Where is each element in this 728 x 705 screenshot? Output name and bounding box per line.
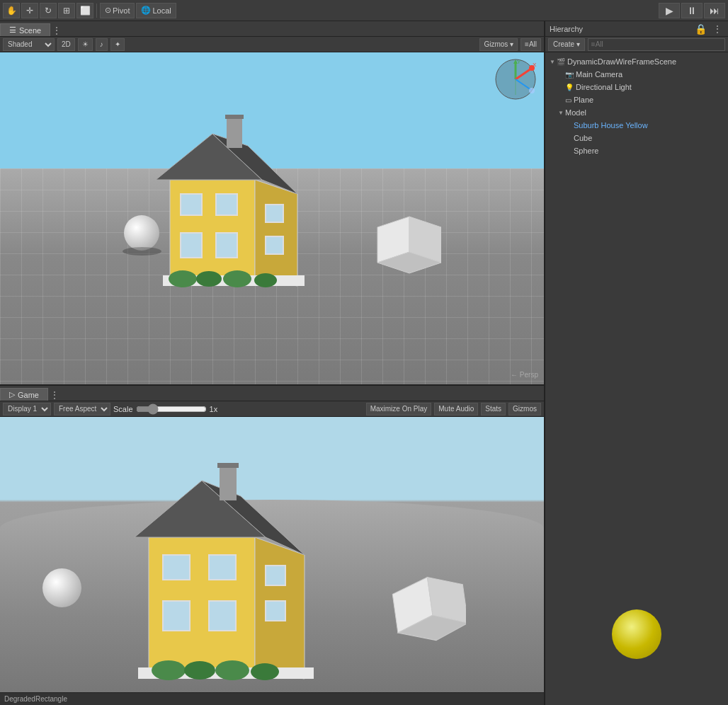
tree-sphere[interactable]: Sphere <box>545 144 728 157</box>
rotate-tool-btn[interactable]: ↻ <box>40 3 57 18</box>
hand-tool-btn[interactable]: ✋ <box>3 3 20 18</box>
svg-point-44 <box>184 661 215 680</box>
right-panel: Hierarchy 🔒 ⋮ Create ▾ ▼ 🎬 DynamicDrawWi… <box>545 21 728 705</box>
local-btn[interactable]: 🌐 Local <box>136 3 176 18</box>
camera-icon: 📷 <box>565 71 574 79</box>
maximize-on-play-btn[interactable]: Maximize On Play <box>366 403 432 415</box>
svg-rect-37 <box>209 555 236 580</box>
scene-overflow-btn[interactable]: ⋮ <box>50 25 63 36</box>
house-svg <box>127 95 340 307</box>
fx-btn[interactable]: ✦ <box>110 38 125 51</box>
persp-label: ← Persp <box>511 371 538 379</box>
2d-btn[interactable]: 2D <box>57 38 75 51</box>
gizmo-svg: Y X <box>494 58 537 101</box>
scene-canvas[interactable]: Y X ← Persp <box>0 52 544 384</box>
plane-icon: ▭ <box>565 96 571 104</box>
game-tab-label: Game <box>18 391 39 399</box>
game-sphere <box>42 568 81 607</box>
scene-sphere-shadow <box>123 247 161 256</box>
stats-btn[interactable]: Stats <box>481 403 506 415</box>
tree-plane[interactable]: ▭ Plane <box>545 93 728 106</box>
gizmos-game-btn[interactable]: Gizmos <box>508 403 541 415</box>
directional-light-label: Directional Light <box>576 83 632 91</box>
audio-btn[interactable]: ♪ <box>96 38 108 51</box>
model-label: Model <box>565 108 586 117</box>
game-overflow-btn[interactable]: ⋮ <box>48 389 61 401</box>
play-controls: ▶ ⏸ ⏭ <box>659 3 725 18</box>
svg-rect-11 <box>266 236 283 254</box>
play-btn[interactable]: ▶ <box>659 3 680 18</box>
status-text: DegradedRectangle <box>4 695 67 703</box>
svg-rect-6 <box>181 194 202 215</box>
svg-point-15 <box>223 270 251 287</box>
svg-rect-10 <box>266 205 283 222</box>
all-btn[interactable]: ≡All <box>521 38 541 51</box>
create-btn[interactable]: Create ▾ <box>548 38 585 51</box>
shading-dropdown[interactable]: Shaded Wireframe <box>3 38 55 51</box>
move-tool-btn[interactable]: ✛ <box>21 3 38 18</box>
pivot-btn[interactable]: ⊙ Pivot <box>100 3 135 18</box>
svg-rect-41 <box>266 601 285 621</box>
svg-rect-39 <box>209 601 236 631</box>
hierarchy-toolbar: Create ▾ <box>545 37 728 52</box>
scene-cube <box>370 213 441 285</box>
hierarchy-lock-btn[interactable]: 🔒 <box>693 23 708 35</box>
pivot-icon: ⊙ <box>105 6 111 15</box>
left-panel: ☰ Scene ⋮ Shaded Wireframe 2D ☀ ♪ ✦ Gizm… <box>0 21 545 705</box>
pause-btn[interactable]: ⏸ <box>681 3 703 18</box>
scene-tab-label: Scene <box>19 26 41 35</box>
scene-root-icon: 🎬 <box>557 58 565 66</box>
scene-house <box>127 95 340 309</box>
game-canvas[interactable] <box>0 417 544 692</box>
svg-point-43 <box>152 660 186 680</box>
local-label: Local <box>152 6 171 15</box>
svg-rect-36 <box>163 555 190 580</box>
scene-tab-icon: ☰ <box>9 25 16 35</box>
svg-point-45 <box>215 660 249 680</box>
lighting-btn[interactable]: ☀ <box>78 38 93 51</box>
aspect-dropdown[interactable]: Free Aspect <box>54 403 110 415</box>
tree-suburb-house[interactable]: Suburb House Yellow <box>545 119 728 132</box>
tree-main-camera[interactable]: 📷 Main Camera <box>545 68 728 81</box>
step-btn[interactable]: ⏭ <box>704 3 725 18</box>
tree-model[interactable]: ▼ Model <box>545 106 728 119</box>
mute-audio-btn[interactable]: Mute Audio <box>434 403 478 415</box>
game-cube-svg <box>388 572 466 650</box>
tab-game[interactable]: ▷ Game <box>0 388 48 401</box>
local-icon: 🌐 <box>141 6 151 15</box>
svg-text:X: X <box>533 62 537 68</box>
scene-toolbar: Shaded Wireframe 2D ☀ ♪ ✦ Gizmos ▾ ≡All <box>0 37 544 52</box>
game-house-svg <box>106 445 347 692</box>
game-view: ▷ Game ⋮ Display 1 Free Aspect Scale 1x … <box>0 384 544 692</box>
hierarchy-overflow-btn[interactable]: ⋮ <box>711 23 724 35</box>
svg-text:Y: Y <box>517 59 521 65</box>
tree-scene-root[interactable]: ▼ 🎬 DynamicDrawWireFrameScene <box>545 55 728 68</box>
rect-tool-btn[interactable]: ⬜ <box>76 3 93 18</box>
scale-slider-container: Scale 1x <box>113 405 363 413</box>
scene-view: ☰ Scene ⋮ Shaded Wireframe 2D ☀ ♪ ✦ Gizm… <box>0 21 544 384</box>
scene-sphere <box>124 215 159 251</box>
scale-tool-btn[interactable]: ⊞ <box>58 3 75 18</box>
yellow-sphere-visual <box>612 609 661 659</box>
tree-cube[interactable]: Cube <box>545 132 728 144</box>
yellow-sphere-area <box>545 563 728 705</box>
display-dropdown[interactable]: Display 1 <box>3 403 51 415</box>
tree-directional-light[interactable]: 💡 Directional Light <box>545 81 728 93</box>
hierarchy-tree: ▼ 🎬 DynamicDrawWireFrameScene 📷 Main Cam… <box>545 52 728 563</box>
tab-scene[interactable]: ☰ Scene <box>0 23 50 36</box>
scene-tab-bar: ☰ Scene ⋮ <box>0 21 544 37</box>
svg-rect-34 <box>220 465 237 500</box>
status-bar: DegradedRectangle <box>0 692 544 705</box>
main-camera-label: Main Camera <box>576 70 622 79</box>
scale-value: 1x <box>210 405 218 413</box>
suburb-house-label: Suburb House Yellow <box>574 121 648 130</box>
gizmos-btn[interactable]: Gizmos ▾ <box>479 38 518 51</box>
svg-rect-38 <box>163 601 190 631</box>
svg-point-14 <box>196 271 222 287</box>
hierarchy-search[interactable] <box>588 38 725 51</box>
svg-rect-35 <box>217 463 239 468</box>
game-cube <box>388 572 466 651</box>
svg-marker-1 <box>255 180 297 286</box>
scene-root-label: DynamicDrawWireFrameScene <box>567 57 676 66</box>
scale-slider[interactable] <box>136 405 207 413</box>
